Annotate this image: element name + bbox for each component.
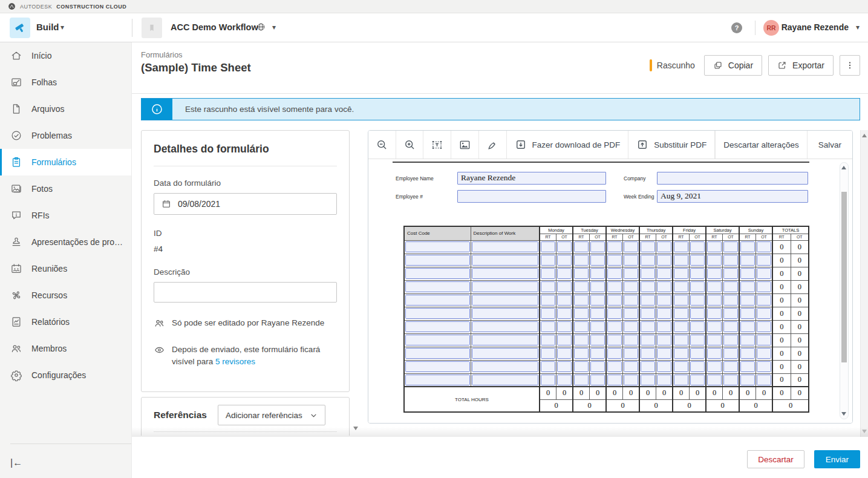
sidebar-item-membros[interactable]: Membros [0,335,131,362]
timesheet-cell-field[interactable] [405,281,470,292]
help-icon[interactable]: ? [731,22,742,33]
timesheet-cell-field[interactable] [405,321,470,332]
timesheet-cell-field[interactable] [690,348,705,359]
timesheet-cell-field[interactable] [740,335,755,345]
sidebar-item-formularios[interactable]: Formulários [0,149,131,175]
timesheet-cell-field[interactable] [472,321,539,332]
timesheet-cell-field[interactable] [574,268,589,279]
description-input[interactable] [154,282,337,303]
sidebar-item-problemas[interactable]: Problemas [0,122,131,149]
timesheet-cell-field[interactable] [707,281,722,292]
timesheet-cell-field[interactable] [624,308,638,319]
page-scrollbar[interactable] [860,130,868,437]
timesheet-cell-field[interactable] [541,255,555,266]
timesheet-cell-field[interactable] [557,361,572,372]
sidebar-item-relatorios[interactable]: Relatórios [0,309,131,335]
timesheet-cell-field[interactable] [657,335,671,345]
timesheet-cell-field[interactable] [674,295,688,306]
timesheet-cell-field[interactable] [723,295,738,306]
timesheet-cell-field[interactable] [641,361,655,372]
timesheet-cell-field[interactable] [657,255,671,266]
timesheet-cell-field[interactable] [723,335,738,345]
submit-form-button[interactable]: Enviar [814,450,860,468]
timesheet-cell-field[interactable] [690,241,705,252]
timesheet-cell-field[interactable] [740,321,755,332]
timesheet-cell-field[interactable] [472,361,539,372]
timesheet-cell-field[interactable] [723,348,738,359]
timesheet-cell-field[interactable] [757,241,771,252]
sidebar-item-fotos[interactable]: Fotos [0,175,131,202]
timesheet-cell-field[interactable] [690,268,705,279]
timesheet-cell-field[interactable] [405,295,470,306]
timesheet-cell-field[interactable] [740,241,755,252]
more-options-button[interactable] [840,55,860,76]
timesheet-cell-field[interactable] [674,255,688,266]
timesheet-cell-field[interactable] [557,335,572,345]
timesheet-cell-field[interactable] [690,335,705,345]
timesheet-cell-field[interactable] [624,348,638,359]
timesheet-cell-field[interactable] [757,361,771,372]
timesheet-cell-field[interactable] [690,361,705,372]
timesheet-cell-field[interactable] [690,375,705,385]
timesheet-cell-field[interactable] [723,255,738,266]
project-selector[interactable]: ACC Demo Workflow [171,22,258,32]
timesheet-cell-field[interactable] [574,321,589,332]
timesheet-cell-field[interactable] [723,281,738,292]
timesheet-cell-field[interactable] [405,268,470,279]
timesheet-cell-field[interactable] [657,241,671,252]
timesheet-cell-field[interactable] [607,321,622,332]
timesheet-cell-field[interactable] [472,268,539,279]
timesheet-cell-field[interactable] [541,375,555,385]
timesheet-cell-field[interactable] [690,255,705,266]
timesheet-cell-field[interactable] [405,348,470,359]
timesheet-cell-field[interactable] [472,255,539,266]
timesheet-cell-field[interactable] [624,375,638,385]
image-tool-button[interactable] [451,131,479,159]
timesheet-cell-field[interactable] [590,295,605,306]
timesheet-cell-field[interactable] [590,361,605,372]
timesheet-cell-field[interactable] [641,375,655,385]
timesheet-cell-field[interactable] [690,321,705,332]
timesheet-cell-field[interactable] [740,375,755,385]
timesheet-cell-field[interactable] [574,308,589,319]
timesheet-cell-field[interactable] [405,375,470,385]
timesheet-cell-field[interactable] [690,308,705,319]
timesheet-cell-field[interactable] [707,308,722,319]
timesheet-cell-field[interactable] [740,348,755,359]
timesheet-cell-field[interactable] [590,281,605,292]
timesheet-cell-field[interactable] [624,281,638,292]
timesheet-cell-field[interactable] [405,255,470,266]
timesheet-cell-field[interactable] [574,241,589,252]
timesheet-cell-field[interactable] [607,255,622,266]
timesheet-cell-field[interactable] [624,255,638,266]
timesheet-cell-field[interactable] [641,335,655,345]
timesheet-cell-field[interactable] [590,241,605,252]
timesheet-cell-field[interactable] [607,268,622,279]
timesheet-cell-field[interactable] [674,375,688,385]
timesheet-cell-field[interactable] [740,255,755,266]
timesheet-cell-field[interactable] [624,295,638,306]
timesheet-cell-field[interactable] [757,375,771,385]
timesheet-cell-field[interactable] [740,295,755,306]
timesheet-cell-field[interactable] [657,375,671,385]
timesheet-cell-field[interactable] [590,255,605,266]
timesheet-cell-field[interactable] [557,308,572,319]
timesheet-cell-field[interactable] [690,295,705,306]
timesheet-cell-field[interactable] [674,335,688,345]
timesheet-cell-field[interactable] [607,348,622,359]
add-references-button[interactable]: Adicionar referências [218,405,325,425]
timesheet-cell-field[interactable] [607,241,622,252]
sidebar-item-inicio[interactable]: Início [0,42,131,69]
chevron-down-icon[interactable]: ▾ [272,23,276,31]
timesheet-cell-field[interactable] [405,361,470,372]
timesheet-cell-field[interactable] [624,268,638,279]
timesheet-cell-field[interactable] [624,335,638,345]
timesheet-cell-field[interactable] [757,281,771,292]
timesheet-cell-field[interactable] [740,281,755,292]
timesheet-cell-field[interactable] [757,321,771,332]
download-pdf-button[interactable]: Fazer download de PDF [507,131,629,159]
timesheet-cell-field[interactable] [574,281,589,292]
timesheet-cell-field[interactable] [657,348,671,359]
sidebar-item-folhas[interactable]: Folhas [0,69,131,96]
timesheet-cell-field[interactable] [624,321,638,332]
